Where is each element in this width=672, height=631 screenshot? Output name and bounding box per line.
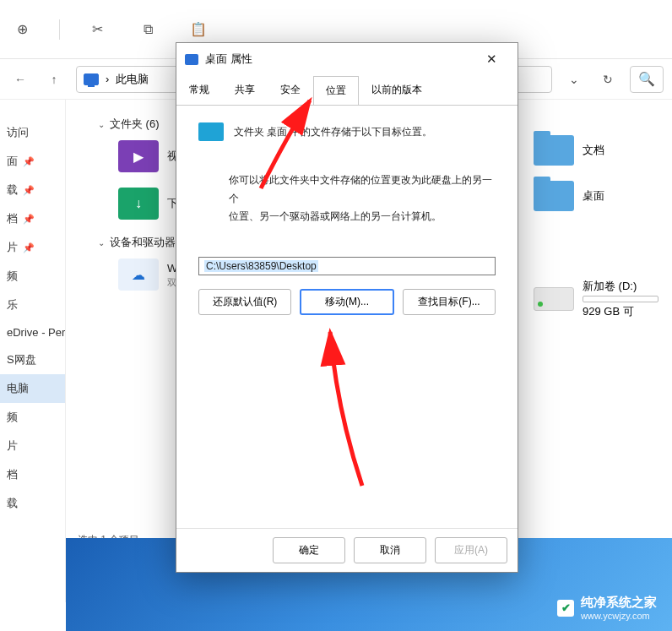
sidebar-item[interactable]: 载 📌 (0, 176, 65, 204)
restore-default-button[interactable]: 还原默认值(R) (198, 289, 291, 315)
explorer-right-column: 文档 桌面 新加卷 (D:) 929 GB 可 (534, 135, 669, 319)
tab-安全[interactable]: 安全 (268, 75, 313, 105)
dialog-footer: 确定 取消 应用(A) (176, 528, 518, 572)
annotation-arrow-to-move (286, 325, 387, 494)
path-value: C:\Users\83859\Desktop (204, 260, 318, 272)
entry-desktop[interactable]: 桌面 (534, 181, 669, 211)
tab-以前的版本[interactable]: 以前的版本 (359, 75, 435, 105)
sidebar-item[interactable]: 档 📌 (0, 204, 65, 233)
dialog-titlebar[interactable]: 桌面 属性 ✕ (176, 43, 518, 75)
pin-icon: 📌 (23, 156, 35, 167)
entry-documents[interactable]: 文档 (534, 135, 669, 166)
folder-icon (534, 135, 574, 166)
sidebar-item[interactable]: 面 📌 (0, 147, 65, 176)
pin-icon: 📌 (23, 242, 35, 253)
chevron-down-icon: ⌄ (98, 238, 105, 248)
sidebar-item[interactable]: 频 (0, 262, 65, 291)
pin-icon: 📌 (23, 214, 35, 225)
sidebar-item[interactable]: 档 (0, 460, 65, 489)
back-button[interactable]: ← (8, 68, 32, 91)
sidebar-item[interactable]: 频 (0, 403, 65, 432)
cancel-button[interactable]: 取消 (354, 537, 426, 563)
location-header-text: 文件夹 桌面 中的文件存储于以下目标位置。 (234, 125, 432, 139)
tab-常规[interactable]: 常规 (176, 75, 222, 105)
videos-folder-icon: ▶ (118, 140, 159, 172)
dialog-title: 桌面 属性 (205, 52, 252, 67)
cloud-icon: ☁ (118, 258, 159, 291)
properties-dialog: 桌面 属性 ✕ 常规共享安全位置以前的版本 文件夹 桌面 中的文件存储于以下目标… (176, 42, 518, 573)
location-desc-line1: 你可以将此文件夹中文件存储的位置更改为此硬盘上的另一个 (229, 171, 496, 208)
search-box[interactable]: 🔍 (630, 66, 664, 93)
brand-logo-icon: ✔ (557, 600, 574, 617)
drives-group-label: 设备和驱动器 (110, 235, 176, 250)
apply-button[interactable]: 应用(A) (435, 537, 507, 563)
disk-usage-bar (583, 296, 658, 302)
copy-icon[interactable]: ⧉ (134, 16, 161, 43)
find-target-button[interactable]: 查找目标(F)... (403, 289, 496, 315)
ok-button[interactable]: 确定 (273, 537, 345, 563)
sidebar-item[interactable]: 片 (0, 432, 65, 460)
pin-icon: 📌 (23, 185, 35, 196)
branding: ✔ 纯净系统之家 www.ycwjzy.com (557, 595, 657, 621)
path-input[interactable]: C:\Users\83859\Desktop (198, 257, 496, 275)
close-button[interactable]: ✕ (474, 46, 509, 72)
desktop-folder-icon (198, 122, 224, 141)
downloads-folder-icon: ↓ (118, 188, 159, 220)
new-button[interactable]: ⊕ (8, 16, 35, 43)
location-desc-line2: 位置、另一个驱动器或网络上的另一台计算机。 (229, 208, 496, 226)
chevron-down-icon: ⌄ (98, 120, 105, 129)
dialog-tabs: 常规共享安全位置以前的版本 (176, 75, 518, 105)
move-button[interactable]: 移动(M)... (300, 289, 394, 315)
entry-drive-d[interactable]: 新加卷 (D:) 929 GB 可 (534, 279, 669, 319)
sidebar-item[interactable]: 片 📌 (0, 233, 65, 262)
desktop-icon (185, 54, 198, 65)
sidebar-item[interactable]: 访问 (0, 118, 65, 147)
folders-group-label: 文件夹 (6) (110, 117, 160, 132)
sidebar-item[interactable]: 乐 (0, 291, 65, 319)
pc-icon (84, 73, 99, 85)
refresh-button[interactable]: ↻ (596, 68, 620, 91)
up-button[interactable]: ↑ (42, 68, 66, 91)
cut-icon[interactable]: ✂ (84, 16, 111, 43)
tab-panel-location: 文件夹 桌面 中的文件存储于以下目标位置。 你可以将此文件夹中文件存储的位置更改… (176, 105, 518, 528)
tab-共享[interactable]: 共享 (222, 75, 268, 105)
tab-位置[interactable]: 位置 (313, 76, 359, 106)
folder-icon (534, 181, 574, 211)
address-text: 此电脑 (116, 72, 149, 87)
disk-icon (534, 287, 574, 311)
sidebar-item[interactable]: S网盘 (0, 345, 65, 374)
address-dropdown[interactable]: ⌄ (562, 68, 586, 91)
sidebar-item[interactable]: eDrive - Pers (0, 319, 65, 345)
sidebar-item[interactable]: 电脑 (0, 374, 65, 403)
paste-icon[interactable]: 📋 (185, 16, 212, 43)
